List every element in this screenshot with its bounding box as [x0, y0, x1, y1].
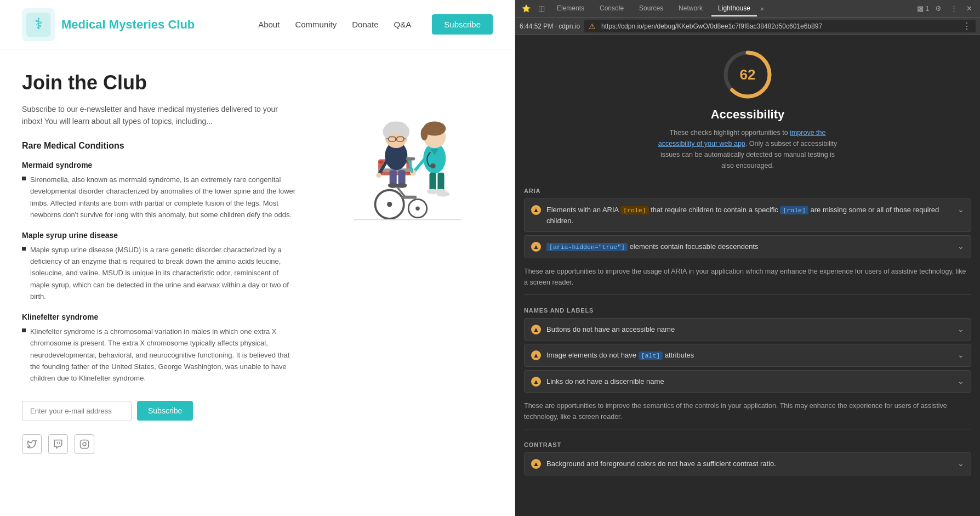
- svg-point-20: [383, 126, 391, 138]
- names-section-footer: These are opportunities to improve the s…: [524, 396, 971, 424]
- aria-section-label: ARIA: [524, 180, 971, 199]
- names-audit-item-1[interactable]: ▲ Buttons do not have an accessible name…: [524, 318, 971, 341]
- svg-point-36: [421, 127, 428, 140]
- bullet-icon: [22, 247, 26, 251]
- warning-icon: ▲: [531, 205, 541, 215]
- svg-rect-44: [437, 173, 444, 191]
- contrast-audit-item-1[interactable]: ▲ Background and foreground colors do no…: [524, 452, 971, 475]
- site-nav: ⚕ Medical Mysteries Club About Community…: [0, 0, 515, 49]
- twitch-icon[interactable]: [48, 434, 68, 454]
- condition-klinefelter-item: Klinefelter syndrome is a chromosomal va…: [22, 326, 296, 384]
- names-audit-3-text: Links do not have a discernible name: [546, 376, 953, 387]
- tab-lighthouse[interactable]: Lighthouse: [711, 1, 757, 16]
- svg-rect-3: [81, 440, 89, 448]
- nav-community[interactable]: Community: [295, 20, 337, 29]
- aria-section-footer: These are opportunities to improve the u…: [524, 262, 971, 290]
- score-circle: 62: [723, 50, 772, 99]
- aria-audit-2-text: [aria-hidden="true"] elements contain fo…: [546, 241, 953, 252]
- social-icons: [22, 434, 296, 454]
- nav-donate[interactable]: Donate: [352, 20, 378, 29]
- url-more-icon[interactable]: ⋮: [962, 21, 971, 31]
- score-number: 62: [740, 66, 756, 83]
- form-subscribe-button[interactable]: Subscribe: [137, 401, 193, 421]
- devtools-url: https://cdpn.io/pen/debug/KKebGwO/0d8ee1…: [601, 22, 959, 30]
- bullet-icon: [22, 177, 26, 180]
- more-tabs-icon[interactable]: »: [760, 5, 764, 13]
- lighthouse-content: ARIA ▲ Elements with an ARIA [role] that…: [515, 180, 980, 516]
- svg-point-7: [387, 202, 392, 207]
- nav-about[interactable]: About: [258, 20, 280, 29]
- warning-icon: ▲: [531, 377, 541, 387]
- svg-rect-29: [390, 170, 397, 184]
- aria-audit-1-text: Elements with an ARIA [role] that requir…: [546, 205, 953, 226]
- devtools-urlbar: 6:44:52 PM · cdpn.io ⚠ https://cdpn.io/p…: [515, 18, 980, 35]
- devtools-settings-icon[interactable]: ⚙: [932, 2, 945, 15]
- instagram-icon[interactable]: [75, 434, 94, 454]
- condition-klinefelter-text: Klinefelter syndrome is a chromosomal va…: [30, 326, 296, 384]
- names-audit-item-3[interactable]: ▲ Links do not have a discernible name ⌄: [524, 370, 971, 393]
- devtools-notifications-icon[interactable]: ▩ 1: [916, 2, 930, 15]
- condition-mermaid-title: Mermaid syndrome: [22, 161, 296, 169]
- website-panel: ⚕ Medical Mysteries Club About Community…: [0, 0, 515, 516]
- tab-network[interactable]: Network: [672, 1, 709, 16]
- condition-msud-title: Maple syrup urine disease: [22, 231, 296, 240]
- site-main-content: Join the Club Subscribe to our e-newslet…: [0, 49, 515, 476]
- svg-point-28: [376, 173, 381, 178]
- bullet-icon: [22, 328, 26, 332]
- site-logo[interactable]: ⚕ Medical Mysteries Club: [22, 8, 195, 41]
- svg-rect-16: [401, 196, 417, 199]
- warning-icon: ▲: [531, 459, 541, 469]
- svg-text:⚕: ⚕: [35, 15, 43, 32]
- page-title: Join the Club: [22, 71, 296, 94]
- nav-qa[interactable]: Q&A: [394, 20, 412, 29]
- lighthouse-score-section: 62 Accessibility These checks highlight …: [515, 35, 980, 180]
- svg-rect-30: [398, 170, 406, 184]
- chevron-down-icon: ⌄: [958, 377, 964, 385]
- devtools-close-icon[interactable]: ✕: [962, 2, 976, 15]
- svg-rect-43: [429, 173, 436, 191]
- svg-point-4: [83, 443, 86, 446]
- chevron-down-icon: ⌄: [958, 205, 964, 214]
- logo-icon: ⚕: [22, 8, 55, 41]
- nav-subscribe-button[interactable]: Subscribe: [432, 14, 493, 35]
- aria-audit-item-1[interactable]: ▲ Elements with an ARIA [role] that requ…: [524, 199, 971, 232]
- warning-icon: ▲: [531, 350, 541, 360]
- contrast-section-label: CONTRAST: [524, 434, 971, 452]
- svg-point-21: [401, 126, 409, 138]
- tab-elements[interactable]: Elements: [550, 1, 591, 16]
- chevron-down-icon: ⌄: [958, 459, 964, 468]
- nav-links: About Community Donate Q&A Subscribe: [258, 14, 493, 35]
- names-labels-section-label: NAMES AND LABELS: [524, 299, 971, 318]
- svg-rect-42: [406, 157, 415, 161]
- devtools-more-icon[interactable]: ⋮: [947, 2, 960, 15]
- condition-klinefelter-title: Klinefelter syndrome: [22, 313, 296, 321]
- subscribe-form: Subscribe: [22, 401, 296, 421]
- twitter-icon[interactable]: [22, 434, 42, 454]
- tab-sources[interactable]: Sources: [633, 1, 670, 16]
- warning-icon: ▲: [531, 325, 541, 334]
- names-audit-1-text: Buttons do not have an accessible name: [546, 324, 953, 335]
- svg-point-9: [415, 206, 419, 210]
- score-description: These checks highlight opportunities to …: [654, 127, 841, 171]
- devtools-cursor-icon[interactable]: ⭐: [520, 2, 533, 15]
- chevron-down-icon: ⌄: [958, 350, 964, 359]
- devtools-mobile-icon[interactable]: ◫: [535, 2, 548, 15]
- intro-text: Subscribe to our e-newsletter and have m…: [22, 103, 296, 128]
- aria-audit-item-2[interactable]: ▲ [aria-hidden="true"] elements contain …: [524, 235, 971, 258]
- condition-mermaid-item: Sirenomelia, also known as mermaid syndr…: [22, 174, 296, 221]
- content-illustration: [318, 71, 471, 454]
- devtools-time: 6:44:52 PM · cdpn.io: [520, 22, 580, 30]
- devtools-panel: ⭐ ◫ Elements Console Sources Network Lig…: [515, 0, 980, 516]
- chevron-down-icon: ⌄: [958, 242, 964, 251]
- devtools-tabbar: ⭐ ◫ Elements Console Sources Network Lig…: [515, 0, 980, 18]
- names-audit-item-2[interactable]: ▲ Image elements do not have [alt] attri…: [524, 344, 971, 367]
- svg-point-38: [430, 163, 435, 168]
- section-title: Rare Medical Conditions: [22, 141, 296, 151]
- condition-msud-text: Maple syrup urine disease (MSUD) is a ra…: [30, 244, 296, 303]
- email-input[interactable]: [22, 401, 132, 421]
- svg-line-39: [414, 160, 424, 172]
- url-bar: ⚠ https://cdpn.io/pen/debug/KKebGwO/0d8e…: [584, 20, 976, 32]
- tab-console[interactable]: Console: [593, 1, 630, 16]
- security-icon: ⚠: [589, 22, 596, 31]
- site-logo-text: Medical Mysteries Club: [61, 18, 195, 32]
